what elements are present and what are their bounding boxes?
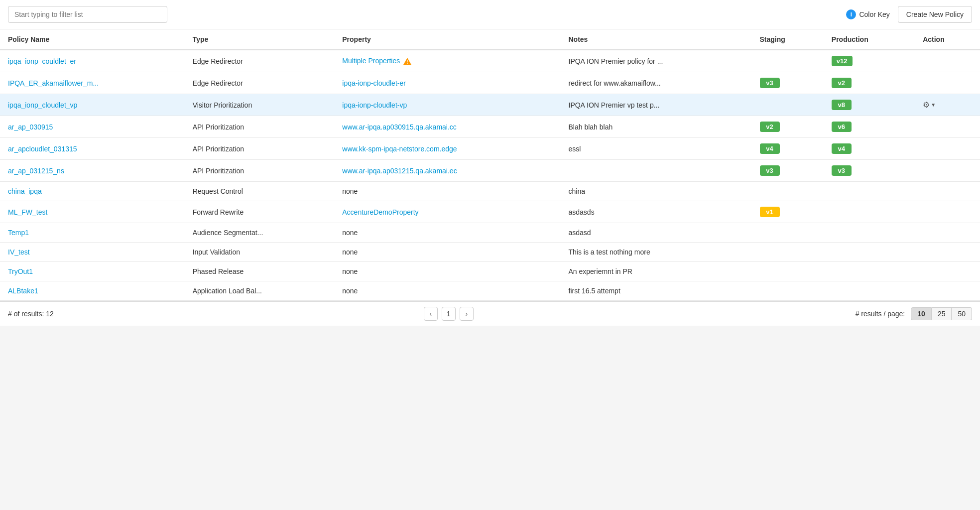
staging-badge[interactable]: v2 bbox=[760, 122, 780, 132]
action-cell bbox=[915, 182, 980, 201]
staging-badge[interactable]: v1 bbox=[760, 207, 780, 217]
col-property: Property bbox=[334, 29, 560, 50]
type-cell: Visitor Prioritization bbox=[185, 94, 335, 116]
policy-name-link[interactable]: IPQA_ER_akamaiflower_m... bbox=[8, 79, 99, 87]
col-notes: Notes bbox=[561, 29, 752, 50]
property-link[interactable]: www.ar-ipqa.ap031215.qa.akamai.ec bbox=[342, 167, 457, 175]
table-row: ipqa_ionp_couldlet_erEdge RedirectorMult… bbox=[0, 50, 980, 72]
property-cell: www.kk-spm-ipqa-netstore.com.edge bbox=[334, 138, 560, 160]
property-link[interactable]: www.kk-spm-ipqa-netstore.com.edge bbox=[342, 145, 457, 153]
staging-cell: v1 bbox=[752, 201, 824, 223]
top-bar: i Color Key Create New Policy bbox=[0, 0, 980, 29]
color-key-button[interactable]: i Color Key bbox=[846, 9, 889, 19]
action-cell bbox=[915, 160, 980, 182]
production-badge[interactable]: v6 bbox=[832, 122, 852, 132]
table-row: IPQA_ER_akamaiflower_m...Edge Redirector… bbox=[0, 72, 980, 94]
policy-name-cell: Temp1 bbox=[0, 223, 185, 243]
production-badge[interactable]: v3 bbox=[832, 165, 852, 176]
type-cell: Forward Rewrite bbox=[185, 201, 335, 223]
results-count: # of results: 12 bbox=[8, 310, 54, 318]
type-cell: Phased Release bbox=[185, 262, 335, 281]
action-cell bbox=[915, 50, 980, 72]
prev-page-button[interactable]: ‹ bbox=[424, 307, 438, 321]
staging-badge[interactable]: v3 bbox=[760, 165, 780, 176]
action-cell bbox=[915, 243, 980, 262]
table-row: ar_ap_030915API Prioritizationwww.ar-ipq… bbox=[0, 116, 980, 138]
policy-name-cell: china_ipqa bbox=[0, 182, 185, 201]
staging-cell bbox=[752, 223, 824, 243]
staging-badge[interactable]: v4 bbox=[760, 143, 780, 154]
per-page-25[interactable]: 25 bbox=[932, 307, 952, 320]
notes-cell: asdasd bbox=[561, 223, 752, 243]
col-action: Action bbox=[915, 29, 980, 50]
gear-icon-button[interactable]: ⚙ ▼ bbox=[923, 100, 936, 110]
production-badge[interactable]: v12 bbox=[832, 56, 853, 66]
production-cell: v12 bbox=[824, 50, 915, 72]
production-cell: v2 bbox=[824, 72, 915, 94]
policy-name-link[interactable]: ML_FW_test bbox=[8, 208, 47, 216]
table-row: ALBtake1Application Load Bal...nonefirst… bbox=[0, 281, 980, 301]
policy-name-link[interactable]: IV_test bbox=[8, 248, 30, 256]
property-cell: ipqa-ionp-cloudlet-vp bbox=[334, 94, 560, 116]
color-key-label: Color Key bbox=[859, 10, 889, 18]
current-page: 1 bbox=[442, 307, 456, 321]
action-cell bbox=[915, 116, 980, 138]
policy-name-link[interactable]: ar_ap_031215_ns bbox=[8, 167, 64, 175]
notes-cell: An experiemnt in PR bbox=[561, 262, 752, 281]
policy-name-cell: ar_apcloudlet_031315 bbox=[0, 138, 185, 160]
table-row: china_ipqaRequest Controlnonechina bbox=[0, 182, 980, 201]
staging-badge[interactable]: v3 bbox=[760, 78, 780, 88]
per-page-50[interactable]: 50 bbox=[952, 307, 972, 320]
notes-cell: redirect for www.akamaiflow... bbox=[561, 72, 752, 94]
property-link[interactable]: ipqa-ionp-cloudlet-er bbox=[342, 79, 406, 87]
col-staging: Staging bbox=[752, 29, 824, 50]
policy-name-link[interactable]: ipqa_ionp_couldlet_er bbox=[8, 57, 76, 65]
col-type: Type bbox=[185, 29, 335, 50]
staging-cell bbox=[752, 182, 824, 201]
production-cell: v8 bbox=[824, 94, 915, 116]
policy-name-cell: ML_FW_test bbox=[0, 201, 185, 223]
top-right-controls: i Color Key Create New Policy bbox=[846, 6, 972, 23]
staging-cell bbox=[752, 50, 824, 72]
policy-name-link[interactable]: TryOut1 bbox=[8, 267, 33, 275]
policy-name-cell: ar_ap_031215_ns bbox=[0, 160, 185, 182]
policy-name-link[interactable]: ALBtake1 bbox=[8, 287, 38, 295]
production-cell bbox=[824, 281, 915, 301]
policy-name-link[interactable]: ipqa_ionp_cloudlet_vp bbox=[8, 101, 77, 109]
action-cell: ⚙ ▼ bbox=[915, 94, 980, 116]
type-cell: API Prioritization bbox=[185, 160, 335, 182]
next-page-button[interactable]: › bbox=[460, 307, 474, 321]
table-row: ipqa_ionp_cloudlet_vpVisitor Prioritizat… bbox=[0, 94, 980, 116]
policy-name-link[interactable]: ar_apcloudlet_031315 bbox=[8, 145, 77, 153]
table-row: ar_apcloudlet_031315API Prioritizationww… bbox=[0, 138, 980, 160]
policy-name-link[interactable]: china_ipqa bbox=[8, 187, 42, 195]
production-badge[interactable]: v2 bbox=[832, 78, 852, 88]
table-row: IV_testInput ValidationnoneThis is a tes… bbox=[0, 243, 980, 262]
col-policy-name: Policy Name bbox=[0, 29, 185, 50]
property-link[interactable]: ipqa-ionp-cloudlet-vp bbox=[342, 101, 407, 109]
policy-name-cell: ALBtake1 bbox=[0, 281, 185, 301]
info-icon: i bbox=[846, 9, 856, 19]
staging-cell bbox=[752, 281, 824, 301]
filter-input[interactable] bbox=[8, 6, 167, 23]
production-badge[interactable]: v8 bbox=[832, 100, 852, 110]
policy-name-link[interactable]: ar_ap_030915 bbox=[8, 123, 53, 131]
table-row: Temp1Audience Segmentat...noneasdasd bbox=[0, 223, 980, 243]
action-cell bbox=[915, 138, 980, 160]
per-page-10[interactable]: 10 bbox=[911, 307, 932, 320]
col-production: Production bbox=[824, 29, 915, 50]
property-link[interactable]: www.ar-ipqa.ap030915.qa.akamai.cc bbox=[342, 123, 457, 131]
notes-cell: Blah blah blah bbox=[561, 116, 752, 138]
create-new-policy-button[interactable]: Create New Policy bbox=[898, 6, 972, 23]
table-row: TryOut1Phased ReleasenoneAn experiemnt i… bbox=[0, 262, 980, 281]
staging-cell: v3 bbox=[752, 72, 824, 94]
notes-cell: IPQA ION Premier policy for ... bbox=[561, 50, 752, 72]
property-cell: www.ar-ipqa.ap031215.qa.akamai.ec bbox=[334, 160, 560, 182]
type-cell: API Prioritization bbox=[185, 138, 335, 160]
property-link[interactable]: Multiple Properties bbox=[342, 57, 400, 65]
property-link[interactable]: AccentureDemoProperty bbox=[342, 208, 418, 216]
production-badge[interactable]: v4 bbox=[832, 143, 852, 154]
table-row: ar_ap_031215_nsAPI Prioritizationwww.ar-… bbox=[0, 160, 980, 182]
policy-name-link[interactable]: Temp1 bbox=[8, 229, 29, 237]
warning-icon: ! bbox=[403, 57, 412, 65]
